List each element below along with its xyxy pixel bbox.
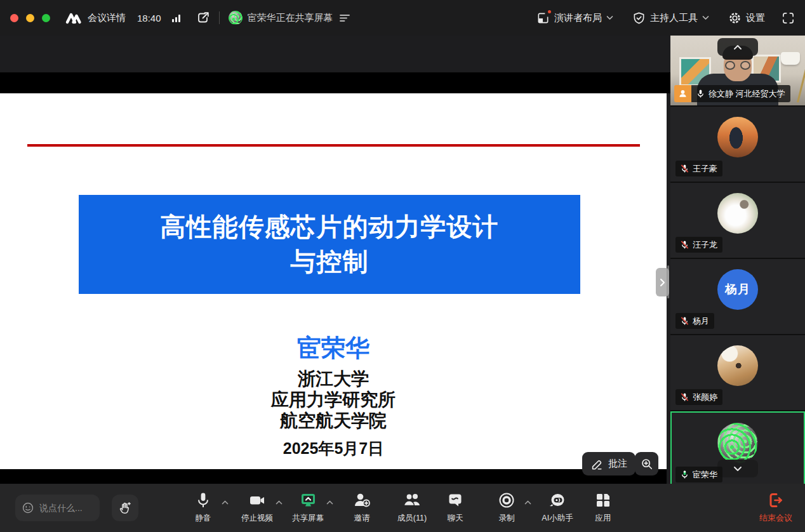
participant-tile-active-speaker[interactable]: 宦荣华 <box>670 411 805 484</box>
host-tools-button[interactable]: 主持人工具 <box>632 11 709 25</box>
mic-muted-icon <box>681 316 689 326</box>
window-controls <box>10 14 50 22</box>
person-plus-icon <box>354 492 370 509</box>
sidebar-collapse-handle[interactable] <box>656 268 669 296</box>
participant-tile[interactable]: 杨月 杨月 <box>670 259 805 334</box>
participant-label: 汪子龙 <box>675 237 722 253</box>
expand-videos-button[interactable] <box>717 460 758 477</box>
speaker-layout-button[interactable]: 演讲者布局 <box>536 11 613 25</box>
participants-sidebar: 徐文静 河北经贸大学 王子豪 <box>670 36 805 484</box>
meeting-window: 会议详情 18:40 宦荣华正在共享屏幕 <box>0 0 805 532</box>
meeting-details-button[interactable]: 会议详情 <box>88 12 126 24</box>
layout-icon <box>536 11 550 25</box>
app-logo-icon <box>65 11 82 24</box>
zoom-in-button[interactable] <box>635 452 658 475</box>
slide-title-line1: 高性能传感芯片的动力学设计 <box>161 209 499 244</box>
letterbox-top <box>0 72 670 93</box>
raised-hand-icon <box>118 501 132 515</box>
slide-title-box: 高性能传感芯片的动力学设计 与控制 <box>79 195 580 294</box>
members-button[interactable]: 成员(11) <box>392 491 432 526</box>
record-button[interactable]: 录制 <box>491 491 522 526</box>
notification-dot <box>547 9 552 15</box>
mic-muted-icon <box>681 240 689 249</box>
gear-icon <box>728 11 742 25</box>
participant-tile[interactable]: 汪子龙 <box>670 183 805 258</box>
minimize-window-button[interactable] <box>26 14 34 22</box>
magnifier-plus-icon <box>641 458 653 470</box>
letterbox-bottom <box>0 469 667 484</box>
record-options-chevron[interactable] <box>524 500 531 505</box>
share-export-icon[interactable] <box>196 11 210 25</box>
sharing-status: 宦荣华正在共享屏幕 <box>248 12 333 24</box>
chevron-down-icon <box>702 15 709 20</box>
video-options-chevron[interactable] <box>276 500 283 505</box>
annotate-button[interactable]: 批注 <box>582 452 635 475</box>
settings-button[interactable]: 设置 <box>728 11 765 25</box>
chat-button[interactable]: 聊天 <box>440 491 470 526</box>
collapse-videos-button[interactable] <box>717 38 758 56</box>
chevron-up-icon <box>733 44 742 50</box>
chevron-down-icon <box>606 15 613 20</box>
mute-button[interactable]: 静音 <box>188 491 218 526</box>
avatar <box>717 423 758 463</box>
chat-bubble-icon <box>447 492 463 509</box>
meeting-time: 18:40 <box>137 13 161 23</box>
slide-presenter-name: 宦荣华 <box>0 332 667 364</box>
avatar <box>717 193 758 234</box>
sharer-avatar <box>229 11 243 25</box>
raise-hand-button[interactable] <box>112 495 138 521</box>
exit-door-icon <box>768 492 785 509</box>
titlebar-divider <box>219 11 220 24</box>
fullscreen-icon[interactable] <box>782 11 795 25</box>
participant-label: 徐文静 河北经贸大学 <box>674 86 790 102</box>
share-screen-button[interactable]: 共享屏幕 <box>289 491 327 526</box>
slide-org-line3: 航空航天学院 <box>0 409 667 433</box>
record-icon <box>498 492 515 509</box>
participant-tile[interactable]: 张颜婷 <box>670 335 805 410</box>
sharing-menu-icon[interactable] <box>339 13 350 23</box>
slide-divider-line <box>27 144 640 147</box>
participant-label: 张颜婷 <box>675 389 722 405</box>
presentation-slide: 高性能传感芯片的动力学设计 与控制 宦荣华 浙江大学 应用力学研究所 航空航天学… <box>0 93 667 469</box>
titlebar: 会议详情 18:40 宦荣华正在共享屏幕 <box>0 0 805 36</box>
participant-label: 宦荣华 <box>675 467 722 482</box>
participant-label: 王子豪 <box>675 161 722 176</box>
mic-speaking-icon <box>681 470 689 479</box>
close-window-button[interactable] <box>10 14 18 22</box>
emoji-icon[interactable] <box>22 502 34 514</box>
participant-label: 杨月 <box>675 313 714 329</box>
zoom-window-button[interactable] <box>42 14 50 22</box>
avatar: 杨月 <box>717 269 758 310</box>
apps-grid-icon <box>595 492 611 509</box>
invite-button[interactable]: 邀请 <box>347 491 377 526</box>
chevron-right-icon <box>660 278 665 287</box>
apps-button[interactable]: 应用 <box>588 491 618 526</box>
participant-tile[interactable]: 王子豪 <box>670 107 805 182</box>
share-options-chevron[interactable] <box>326 500 333 505</box>
end-meeting-button[interactable]: 结束会议 <box>753 491 799 526</box>
mic-icon <box>196 492 211 509</box>
pen-icon <box>590 458 603 470</box>
participant-tile[interactable]: 徐文静 河北经贸大学 <box>670 36 805 105</box>
shield-check-icon <box>632 11 646 25</box>
mic-muted-icon <box>681 392 689 402</box>
slide-title-line2: 与控制 <box>291 244 369 279</box>
mic-muted-icon <box>681 164 689 173</box>
shared-screen-area: 高性能传感芯片的动力学设计 与控制 宦荣华 浙江大学 应用力学研究所 航空航天学… <box>0 36 670 484</box>
bottom-toolbar: 静音 停止视频 共享屏幕 <box>0 484 805 532</box>
people-icon <box>403 492 421 509</box>
chat-message-input[interactable] <box>39 503 90 513</box>
stop-video-button[interactable]: 停止视频 <box>238 491 276 526</box>
presenter-badge-icon <box>674 85 691 102</box>
mic-on-icon <box>696 89 705 98</box>
mute-options-chevron[interactable] <box>222 500 229 505</box>
robot-icon <box>549 492 566 509</box>
ai-assistant-button[interactable]: AI小助手 <box>536 491 579 526</box>
avatar <box>717 345 758 386</box>
quick-chat-field[interactable] <box>15 495 100 521</box>
network-signal-icon <box>171 13 182 23</box>
avatar <box>717 117 758 157</box>
camera-icon <box>249 492 265 509</box>
share-screen-icon <box>300 492 317 509</box>
slide-date: 2025年5月7日 <box>0 438 667 459</box>
